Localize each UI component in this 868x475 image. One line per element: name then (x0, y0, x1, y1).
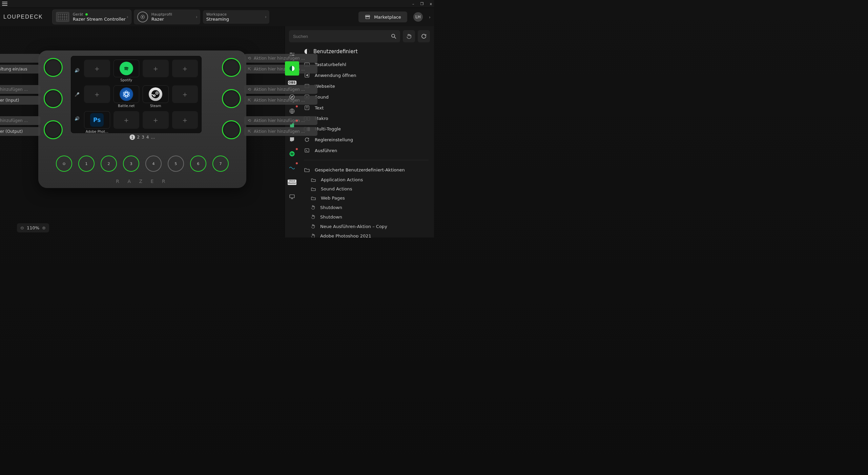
action-macro[interactable]: Makro (301, 113, 432, 124)
round-button-home[interactable]: ⊙ (56, 156, 72, 172)
mic-icon: 🎤 (75, 92, 80, 97)
touch-tile[interactable]: + (172, 60, 198, 77)
saved-folder-sound[interactable]: Sound Actions (301, 184, 432, 193)
page-2[interactable]: 2 (137, 135, 140, 140)
saved-action-shutdown-2[interactable]: Shutdown (301, 212, 432, 222)
dial-l1[interactable] (44, 58, 63, 77)
page-more[interactable]: … (151, 135, 155, 140)
action-open-app[interactable]: Anwendung öffnen (301, 70, 432, 81)
round-button-1[interactable]: 1 (78, 156, 95, 172)
saved-action-photoshop[interactable]: Adobe Photoshop 2021 (301, 231, 432, 238)
action-dial-setting[interactable]: Reglereinstellung (301, 134, 432, 145)
search-input[interactable] (292, 34, 391, 39)
action-keyboard[interactable]: Tastaturbefehl (301, 59, 432, 70)
user-avatar[interactable]: LH (413, 12, 423, 22)
titlebar: – ❐ x (0, 0, 434, 8)
run-icon (304, 148, 310, 153)
tab-wave[interactable] (285, 161, 299, 175)
next-arrow-icon[interactable]: › (429, 15, 431, 20)
dial-press-action[interactable]: ⇱Volume Mixer (Input) (0, 96, 40, 105)
device-thumb-icon (56, 12, 69, 22)
zoom-in-icon[interactable]: ⊕ (42, 225, 46, 230)
touch-tile[interactable]: + (143, 111, 169, 129)
page-4[interactable]: 4 (146, 135, 149, 140)
window-close[interactable]: x (430, 2, 432, 6)
round-button-2[interactable]: 2 (101, 156, 117, 172)
touch-tile[interactable]: + (172, 85, 198, 103)
saved-folder-applications[interactable]: Application Actions (301, 175, 432, 184)
action-webpage[interactable]: Webseite (301, 81, 432, 91)
touch-tile[interactable]: + (113, 111, 140, 129)
tab-twitch[interactable] (285, 132, 299, 147)
dial-press-action[interactable]: ⇱Aktion hier hinzufügen ... (244, 65, 317, 74)
dial-r2[interactable] (222, 89, 241, 108)
touch-tile[interactable]: + (84, 60, 110, 77)
tab-streamlabs[interactable] (285, 118, 299, 132)
round-button-6[interactable]: 6 (190, 156, 206, 172)
page-1[interactable]: 1 (130, 135, 135, 140)
touch-tile-steam[interactable] (143, 85, 169, 103)
tab-obs[interactable]: OBS (285, 76, 299, 90)
tile-label: Steam (143, 104, 169, 108)
saved-action-shutdown[interactable]: Shutdown (301, 203, 432, 212)
dial-r1[interactable] (222, 58, 241, 77)
dial-press-action[interactable]: ⇱Aktion hier hinzufügen ... (244, 96, 317, 105)
touch-tile-spotify[interactable] (113, 60, 140, 77)
plus-icon: + (182, 65, 187, 72)
dial-rotate-action[interactable]: ⟲Aktion hier hinzufügen ... (244, 116, 317, 125)
tab-settings[interactable] (285, 47, 299, 61)
tab-compass[interactable] (285, 90, 299, 104)
svg-point-9 (157, 92, 158, 94)
action-sound[interactable]: Sound (301, 91, 432, 102)
tab-custom[interactable] (285, 61, 299, 76)
touch-tile[interactable]: + (143, 60, 169, 77)
dial-r3[interactable] (222, 120, 241, 139)
page-3[interactable]: 3 (142, 135, 144, 140)
action-multi-toggle[interactable]: Multi-Toggle (301, 124, 432, 134)
tab-spotify[interactable] (285, 147, 299, 161)
window-maximize[interactable]: ❐ (420, 2, 424, 6)
dial-press-action[interactable]: ⇱Aktion hier hinzufügen ... (244, 127, 317, 136)
round-button-7[interactable]: 7 (212, 156, 229, 172)
dial-rotate-action[interactable]: ⟲Aktion hier hinzufügen ... (0, 85, 40, 94)
touch-tile[interactable]: + (172, 111, 198, 129)
touch-tile-battlenet[interactable] (113, 85, 140, 103)
zoom-out-icon[interactable]: ⊖ (20, 225, 24, 230)
device-label: Gerät (73, 12, 83, 17)
profile-selector[interactable]: ⦿ Hauptprofil Razer › (134, 9, 200, 24)
profile-name: Razer (151, 17, 172, 22)
window-minimize[interactable]: – (412, 2, 414, 6)
round-button-5[interactable]: 5 (168, 156, 184, 172)
device-selector[interactable]: Gerät Razer Stream Controller › (53, 10, 131, 24)
dial-l3[interactable] (44, 120, 63, 139)
tile-label: Battle.net (113, 104, 140, 108)
touch-tile[interactable]: + (84, 85, 110, 103)
dial-press-action[interactable]: ⇱Stummschaltung ein/aus (0, 65, 40, 74)
dial-press-action[interactable]: ⇱Volume Mixer (Output) (0, 127, 40, 136)
round-button-3[interactable]: 3 (123, 156, 139, 172)
dial-rotate-action[interactable]: ⟲Aktion hier hinzufügen ... (244, 85, 317, 94)
marketplace-button[interactable]: Marketplace (358, 12, 407, 22)
search-field[interactable] (289, 30, 400, 42)
saved-actions-header[interactable]: Gespeicherte Benutzerdefiniert-Aktionen (301, 164, 432, 175)
action-run[interactable]: Ausführen (301, 145, 432, 156)
refresh-button[interactable] (418, 30, 430, 42)
workspace-selector[interactable]: Workspace Streaming › (203, 10, 269, 24)
drag-mode-button[interactable] (403, 30, 415, 42)
tab-globe[interactable] (285, 104, 299, 118)
saved-folder-webpages[interactable]: Web Pages (301, 193, 432, 203)
action-text[interactable]: Text (301, 102, 432, 113)
tab-voicemeeter[interactable]: VoiceMeeter (285, 175, 299, 189)
touch-tile-photoshop[interactable]: Ps (84, 111, 110, 129)
tab-system[interactable] (285, 189, 299, 204)
svg-point-7 (151, 90, 160, 98)
rotate-icon: ⟲ (248, 118, 251, 123)
dial-l2[interactable] (44, 89, 63, 108)
dial-rotate-action[interactable]: ⟲Aktion hier hinzufügen ... (0, 116, 40, 125)
dial-rotate-action[interactable]: ⟲Lautstärke (0, 54, 40, 63)
round-button-4[interactable]: 4 (145, 156, 162, 172)
photoshop-icon: Ps (90, 113, 104, 127)
dial-rotate-action[interactable]: ⟲Aktion hier hinzufügen ... (244, 54, 317, 63)
hamburger-menu[interactable] (2, 2, 7, 6)
saved-action-run-copy[interactable]: Neue Ausführen-Aktion – Copy (301, 222, 432, 231)
